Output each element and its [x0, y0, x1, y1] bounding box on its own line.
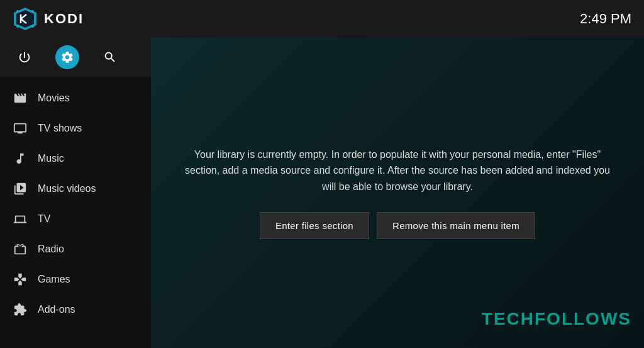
- power-button[interactable]: [13, 45, 36, 69]
- svg-point-5: [16, 10, 19, 13]
- search-icon: [103, 50, 117, 64]
- power-icon: [18, 50, 31, 64]
- tv-icon: [13, 211, 28, 227]
- kodi-logo-icon: [13, 6, 38, 31]
- clock: 2:49 PM: [580, 11, 631, 27]
- svg-point-6: [31, 10, 34, 13]
- tv-shows-label: TV shows: [38, 123, 82, 134]
- sidebar-item-tv[interactable]: TV: [0, 204, 151, 234]
- svg-point-7: [16, 25, 19, 28]
- radio-icon: [13, 242, 28, 257]
- top-bar: KODI 2:49 PM: [0, 0, 644, 38]
- sidebar-item-music-videos[interactable]: Music videos: [0, 174, 151, 204]
- sidebar-item-radio[interactable]: Radio: [0, 234, 151, 264]
- app-title: KODI: [44, 11, 84, 27]
- action-buttons: Enter files section Remove this main men…: [184, 212, 611, 239]
- logo-area: KODI: [13, 6, 84, 31]
- sidebar-item-music[interactable]: Music: [0, 143, 151, 174]
- music-icon: [13, 151, 28, 166]
- radio-label: Radio: [38, 244, 64, 255]
- games-label: Games: [38, 274, 70, 285]
- sidebar-nav: Movies TV shows Music M: [0, 77, 151, 348]
- settings-button[interactable]: [55, 45, 79, 69]
- svg-point-8: [31, 25, 34, 28]
- settings-icon: [60, 50, 74, 64]
- sidebar-item-tv-shows[interactable]: TV shows: [0, 113, 151, 143]
- tv-label: TV: [38, 213, 50, 225]
- add-ons-icon: [13, 302, 28, 317]
- enter-files-section-button[interactable]: Enter files section: [260, 212, 369, 239]
- sidebar-icon-bar: [0, 38, 151, 77]
- music-label: Music: [38, 153, 64, 164]
- tv-shows-icon: [13, 121, 28, 136]
- empty-library-message: Your library is currently empty. In orde…: [184, 147, 611, 195]
- music-videos-label: Music videos: [38, 183, 96, 194]
- add-ons-label: Add-ons: [38, 304, 75, 315]
- svg-marker-1: [16, 10, 34, 28]
- music-videos-icon: [13, 181, 28, 196]
- content-area: Your library is currently empty. In orde…: [151, 38, 644, 348]
- sidebar-item-movies[interactable]: Movies: [0, 83, 151, 113]
- search-button[interactable]: [98, 45, 122, 69]
- main-layout: Movies TV shows Music M: [0, 38, 644, 348]
- watermark: TECHFOLLOWS: [482, 309, 631, 329]
- sidebar-item-add-ons[interactable]: Add-ons: [0, 295, 151, 325]
- games-icon: [13, 272, 28, 287]
- remove-menu-item-button[interactable]: Remove this main menu item: [377, 212, 535, 239]
- sidebar: Movies TV shows Music M: [0, 38, 151, 348]
- content-card: Your library is currently empty. In orde…: [171, 134, 624, 252]
- movies-icon: [13, 91, 28, 106]
- sidebar-item-games[interactable]: Games: [0, 264, 151, 295]
- movies-label: Movies: [38, 93, 70, 104]
